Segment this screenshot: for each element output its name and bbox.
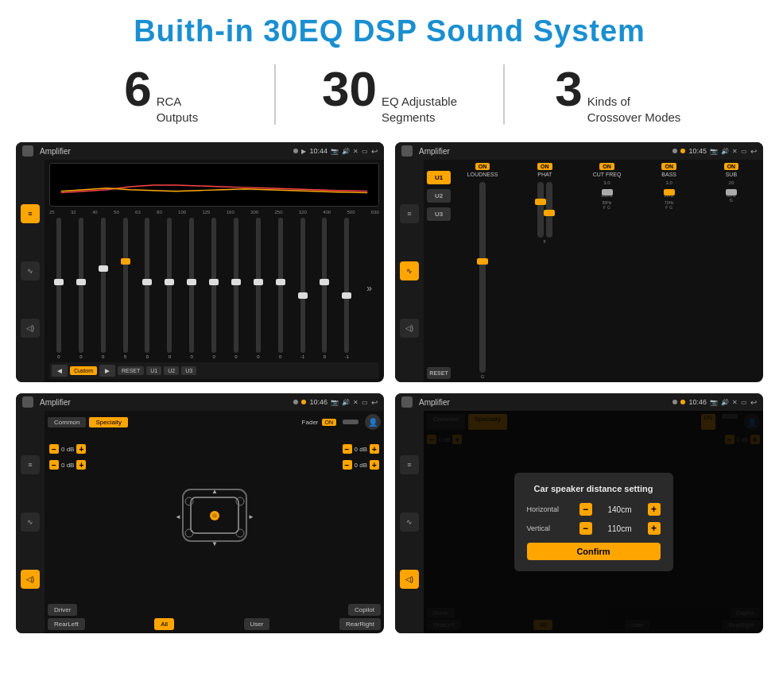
eq-slider-7[interactable]: 0 xyxy=(189,218,194,359)
eq-icon[interactable]: ≡ xyxy=(21,204,40,223)
on-loudness[interactable]: ON xyxy=(475,163,490,170)
vertical-plus[interactable]: + xyxy=(648,522,661,535)
u2-preset[interactable]: U2 xyxy=(427,189,451,203)
eq-freq-labels: 253240506380100125160200250320400500630 xyxy=(49,210,379,215)
screen4-main: Common Specialty ON 👤 −0 dB+ −0 dB+ Car xyxy=(424,411,763,633)
u3-preset[interactable]: U3 xyxy=(427,207,451,221)
db-value-tl: 0 dB xyxy=(61,446,74,453)
back-icon-1[interactable]: ↩ xyxy=(371,147,378,156)
wave-icon-3[interactable]: ∿ xyxy=(21,512,40,532)
vertical-label: Vertical xyxy=(527,524,575,532)
window-icon-2: ▭ xyxy=(741,148,747,155)
volume-icon-4: 🔊 xyxy=(721,399,729,406)
close-icon-1: ✕ xyxy=(353,148,358,155)
horizontal-minus[interactable]: − xyxy=(579,503,592,516)
driver-btn[interactable]: Driver xyxy=(48,604,77,616)
rearleft-btn[interactable]: RearLeft xyxy=(48,618,85,630)
speaker-icon[interactable]: ◁) xyxy=(21,319,40,338)
u1-button[interactable]: U1 xyxy=(146,366,161,375)
eq-slider-5[interactable]: 0 xyxy=(145,218,149,359)
minus-tl[interactable]: − xyxy=(49,444,59,454)
person-icon-3[interactable]: 👤 xyxy=(365,414,381,430)
app-title-2: Amplifier xyxy=(419,147,669,156)
common-tab[interactable]: Common xyxy=(48,417,86,427)
eq-icon-4[interactable]: ≡ xyxy=(400,455,419,474)
plus-tr[interactable]: + xyxy=(370,444,379,454)
stats-row: 6 RCA Outputs 30 EQ Adjustable Segments … xyxy=(0,56,779,137)
eq-slider-4[interactable]: 5 xyxy=(123,218,128,359)
minus-bl[interactable]: − xyxy=(49,460,59,470)
wave-icon[interactable]: ∿ xyxy=(21,261,40,280)
eq-slider-2[interactable]: 0 xyxy=(79,218,83,359)
u1-preset[interactable]: U1 xyxy=(427,171,451,184)
dot-4a xyxy=(672,400,677,404)
window-icon-4: ▭ xyxy=(741,399,747,406)
eq-graph-svg xyxy=(50,164,378,206)
reset-button-1[interactable]: RESET xyxy=(118,366,144,375)
app-title-3: Amplifier xyxy=(40,398,290,407)
eq-slider-10[interactable]: 0 xyxy=(256,218,261,359)
wave-icon-4[interactable]: ∿ xyxy=(400,512,419,532)
eq-slider-1[interactable]: 0 xyxy=(56,218,61,359)
speaker-icon-2[interactable]: ◁) xyxy=(400,319,419,338)
db-control-tr: − 0 dB + xyxy=(343,444,379,454)
specialty-tab[interactable]: Specialty xyxy=(89,417,127,427)
on-sub[interactable]: ON xyxy=(724,163,739,170)
screen-fader: Amplifier 10:46 📷 🔊 ✕ ▭ ↩ ≡ ∿ ◁) Common … xyxy=(16,393,384,633)
copilot-btn[interactable]: Copilot xyxy=(348,604,381,616)
on-cutfreq[interactable]: ON xyxy=(599,163,614,170)
eq-slider-12[interactable]: -1 xyxy=(300,218,305,359)
stat-label-rca: RCA Outputs xyxy=(157,94,199,125)
eq-slider-3[interactable]: 0 xyxy=(101,218,106,359)
home-icon-2[interactable] xyxy=(401,145,413,157)
user-btn[interactable]: User xyxy=(244,618,270,630)
eq-icon-3[interactable]: ≡ xyxy=(21,455,40,474)
home-icon-1[interactable] xyxy=(22,145,33,157)
eq-slider-8[interactable]: 0 xyxy=(211,218,216,359)
eq-slider-expand[interactable]: » xyxy=(366,283,372,294)
fader-slider-mini[interactable] xyxy=(343,420,358,424)
stat-label-eq: EQ Adjustable Segments xyxy=(382,94,457,125)
speaker-icon-4[interactable]: ◁) xyxy=(400,570,419,589)
horizontal-plus[interactable]: + xyxy=(648,503,661,516)
eq-slider-13[interactable]: 0 xyxy=(322,218,327,359)
minus-tr[interactable]: − xyxy=(343,444,352,454)
plus-bl[interactable]: + xyxy=(76,460,86,470)
eq-slider-9[interactable]: 0 xyxy=(234,218,238,359)
screen-eq: Amplifier ▶ 10:44 📷 🔊 ✕ ▭ ↩ ≡ ∿ ◁) xyxy=(16,142,384,382)
eq-slider-6[interactable]: 0 xyxy=(167,218,172,359)
back-icon-4[interactable]: ↩ xyxy=(750,398,757,407)
u2-button[interactable]: U2 xyxy=(164,366,179,375)
plus-tl[interactable]: + xyxy=(76,444,86,454)
plus-br[interactable]: + xyxy=(370,460,379,470)
back-icon-2[interactable]: ↩ xyxy=(750,147,757,156)
wave-icon-2[interactable]: ∿ xyxy=(400,261,419,280)
eq-slider-14[interactable]: -1 xyxy=(344,218,349,359)
dot-2b xyxy=(680,149,685,153)
all-btn[interactable]: All xyxy=(154,618,174,630)
close-icon-2: ✕ xyxy=(732,148,738,155)
eq-slider-11[interactable]: 0 xyxy=(278,218,283,359)
prev-button[interactable]: ◄ xyxy=(52,365,68,377)
bass-label: BASS xyxy=(661,172,676,177)
dot-2a xyxy=(672,149,677,153)
eq-icon-2[interactable]: ≡ xyxy=(400,204,419,223)
close-icon-4: ✕ xyxy=(732,399,738,406)
on-bass[interactable]: ON xyxy=(661,163,676,170)
minus-br[interactable]: − xyxy=(343,460,352,470)
on-phat[interactable]: ON xyxy=(537,163,552,170)
reset-cross[interactable]: RESET xyxy=(427,367,451,379)
home-icon-3[interactable] xyxy=(22,396,33,408)
vertical-minus[interactable]: − xyxy=(579,522,592,535)
rearright-btn[interactable]: RearRight xyxy=(339,618,381,630)
fader-on-badge[interactable]: ON xyxy=(322,419,337,426)
back-icon-3[interactable]: ↩ xyxy=(371,398,378,407)
home-icon-4[interactable] xyxy=(401,396,413,408)
confirm-button[interactable]: Confirm xyxy=(527,543,661,560)
window-icon-3: ▭ xyxy=(362,399,368,406)
speaker-icon-3[interactable]: ◁) xyxy=(21,570,40,589)
u3-button[interactable]: U3 xyxy=(181,366,196,375)
screen-content-2: ≡ ∿ ◁) U1 U2 U3 RESET ON LOUDNESS G xyxy=(395,160,763,382)
next-button[interactable]: ► xyxy=(99,365,115,377)
car-diagram: ▲ ▼ ◄ ► xyxy=(175,485,254,549)
